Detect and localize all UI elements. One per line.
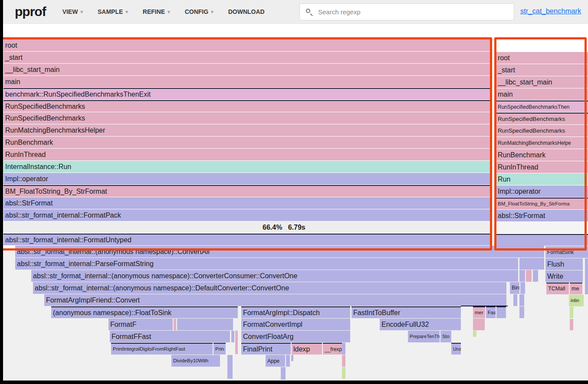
flame-sliver <box>342 343 345 355</box>
flame-sliver <box>526 270 532 282</box>
flame-frame[interactable]: absl::str_format_internal::ParseFormatSt… <box>15 258 518 270</box>
top-gap <box>0 24 588 37</box>
menu-download[interactable]: DOWNLOAD <box>228 8 265 15</box>
menu-refine[interactable]: REFINE▾ <box>143 8 170 15</box>
flame-sliver <box>286 355 290 367</box>
flame-sliver <box>473 319 485 330</box>
flame-sliver <box>519 306 524 318</box>
flame-frame[interactable]: PrintIntegralDigitsFromRightFast <box>111 343 213 355</box>
flame-sliver <box>519 294 524 306</box>
flame-sliver <box>533 270 538 282</box>
flame-sliver <box>585 258 588 294</box>
flame-frame[interactable]: FormatFFast <box>110 331 230 342</box>
flame-frame[interactable]: Write <box>545 270 583 282</box>
flame-sliver <box>513 294 517 306</box>
flame-sliver <box>235 331 238 354</box>
flame-sliver <box>570 307 573 318</box>
chevron-down-icon: ▾ <box>211 9 214 15</box>
profile-link[interactable]: str_cat_benchmark <box>520 7 581 15</box>
menu-sample[interactable]: SAMPLE▾ <box>98 8 128 15</box>
flame-frame[interactable]: ConvertFloatArg <box>241 331 350 342</box>
window-edge-bottom <box>0 381 588 384</box>
flame-frame[interactable]: me <box>570 283 582 294</box>
flame-frame[interactable]: Prin <box>214 343 226 355</box>
flame-frame[interactable]: absl::str_format_internal::(anonymous na… <box>33 282 506 294</box>
flame-sliver <box>496 306 506 318</box>
flame-sliver <box>473 331 476 337</box>
chevron-down-icon: ▾ <box>80 9 83 15</box>
flame-frame[interactable]: FormatF <box>108 319 173 330</box>
flame-sliver <box>174 319 176 330</box>
toolbar: pprof VIEW▾SAMPLE▾REFINE▾CONFIG▾DOWNLOAD… <box>0 0 588 24</box>
flame-frame[interactable]: (anonymous namespace)::FloatToSink <box>51 306 238 318</box>
flame-frame[interactable]: ldexp <box>292 343 322 355</box>
menu-config[interactable]: CONFIG▾ <box>185 8 214 15</box>
flame-frame[interactable]: FormatConvertImpl <box>241 319 350 330</box>
chevron-down-icon: ▾ <box>168 9 170 15</box>
flame-sliver <box>570 319 573 330</box>
flame-sliver <box>342 355 345 367</box>
search-input[interactable] <box>317 8 514 16</box>
search-box[interactable] <box>299 3 514 20</box>
flame-frame[interactable]: __frexp <box>323 343 342 355</box>
search-icon <box>306 9 313 16</box>
flame-sliver <box>291 355 293 361</box>
flame-frame[interactable]: FormatArgImpl::Dispatch <box>241 306 350 318</box>
flame-sliver <box>342 367 345 379</box>
menu-view[interactable]: VIEW▾ <box>62 8 83 15</box>
flame-sliver <box>520 282 525 294</box>
flame-sliver <box>281 367 286 380</box>
hidden-children-line <box>461 306 508 306</box>
flame-sliver <box>231 331 234 342</box>
flame-frame[interactable]: inlin <box>569 295 584 306</box>
flame-frame[interactable]: TCMall <box>546 283 569 294</box>
flame-frame[interactable]: DivideBy10With <box>171 355 220 367</box>
annotation-rect-left <box>0 37 492 251</box>
flame-sliver <box>227 355 233 379</box>
flame-frame[interactable]: Appe <box>266 355 285 367</box>
flame-frame[interactable]: Sto <box>440 331 451 342</box>
window-edge-left <box>0 0 3 384</box>
pprof-window: root_start__libc_start_mainmainbenchmark… <box>0 0 588 384</box>
menu-bar: VIEW▾SAMPLE▾REFINE▾CONFIG▾DOWNLOAD <box>62 8 279 15</box>
flame-frame[interactable]: Flush <box>545 258 583 270</box>
flame-frame[interactable]: EncodeFullU32 <box>380 319 461 330</box>
flame-frame[interactable]: FinalPrint <box>241 343 291 355</box>
flame-frame[interactable]: mer <box>473 306 485 318</box>
flame-frame[interactable]: absl::str_format_internal::(anonymous na… <box>31 270 518 282</box>
app-logo: pprof <box>15 4 46 19</box>
flame-frame[interactable]: FormatArgImplFriend::Convert <box>44 294 506 306</box>
flame-frame[interactable]: FastIntToBuffer <box>351 306 461 318</box>
flame-sliver <box>177 319 233 330</box>
chevron-down-icon: ▾ <box>125 9 128 15</box>
flame-sliver <box>519 270 525 282</box>
flame-frame[interactable]: Una <box>451 343 461 355</box>
flame-frame[interactable]: Fas <box>486 306 496 318</box>
flame-frame[interactable]: PrepareTenTh <box>408 331 440 342</box>
flame-sliver <box>519 258 544 270</box>
flame-frame[interactable]: Bin <box>510 282 519 294</box>
annotation-rect-right <box>494 37 587 251</box>
